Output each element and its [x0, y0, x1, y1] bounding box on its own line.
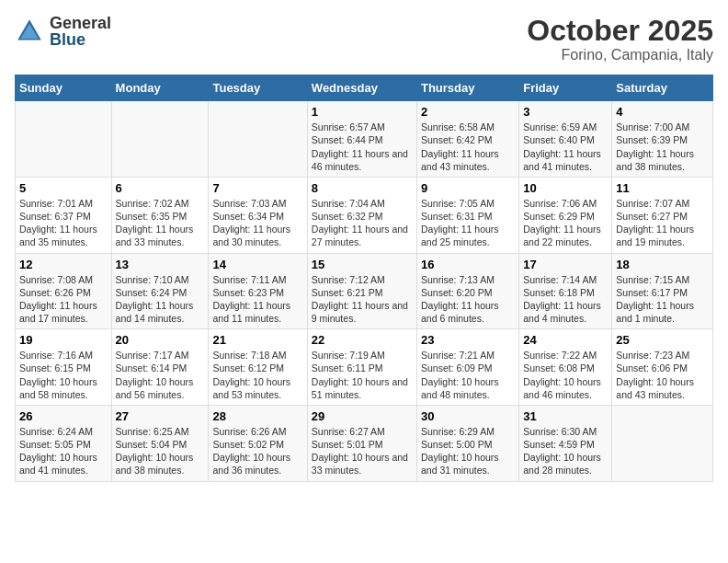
day-info: Sunrise: 7:07 AM Sunset: 6:27 PM Dayligh…: [616, 197, 709, 249]
page-header: General Blue October 2025 Forino, Campan…: [15, 15, 713, 63]
day-number: 1: [312, 105, 413, 119]
logo-blue: Blue: [50, 31, 111, 48]
calendar-cell: 16Sunrise: 7:13 AM Sunset: 6:20 PM Dayli…: [416, 253, 518, 329]
logo-general: General: [50, 15, 111, 31]
day-info: Sunrise: 7:17 AM Sunset: 6:14 PM Dayligh…: [116, 349, 205, 401]
day-info: Sunrise: 6:57 AM Sunset: 6:44 PM Dayligh…: [312, 121, 413, 173]
day-number: 25: [616, 333, 709, 347]
header-wednesday: Wednesday: [307, 75, 416, 101]
calendar-cell: 20Sunrise: 7:17 AM Sunset: 6:14 PM Dayli…: [111, 329, 209, 406]
calendar-cell: 24Sunrise: 7:22 AM Sunset: 6:08 PM Dayli…: [519, 329, 612, 406]
day-number: 26: [19, 409, 108, 423]
calendar-cell: 11Sunrise: 7:07 AM Sunset: 6:27 PM Dayli…: [612, 177, 713, 253]
calendar-cell: 17Sunrise: 7:14 AM Sunset: 6:18 PM Dayli…: [519, 253, 612, 329]
day-info: Sunrise: 7:12 AM Sunset: 6:21 PM Dayligh…: [312, 273, 413, 326]
header-thursday: Thursday: [416, 75, 518, 101]
header-sunday: Sunday: [16, 75, 112, 101]
day-info: Sunrise: 7:06 AM Sunset: 6:29 PM Dayligh…: [523, 197, 608, 249]
calendar-cell: 3Sunrise: 6:59 AM Sunset: 6:40 PM Daylig…: [519, 101, 612, 178]
calendar-cell: 5Sunrise: 7:01 AM Sunset: 6:37 PM Daylig…: [16, 177, 112, 253]
week-row-5: 26Sunrise: 6:24 AM Sunset: 5:05 PM Dayli…: [16, 405, 713, 481]
day-info: Sunrise: 7:01 AM Sunset: 6:37 PM Dayligh…: [19, 197, 108, 249]
day-info: Sunrise: 7:11 AM Sunset: 6:23 PM Dayligh…: [212, 273, 302, 326]
day-number: 15: [312, 258, 413, 271]
calendar-cell: 2Sunrise: 6:58 AM Sunset: 6:42 PM Daylig…: [416, 101, 518, 178]
day-number: 10: [523, 181, 608, 195]
day-info: Sunrise: 7:19 AM Sunset: 6:11 PM Dayligh…: [312, 349, 413, 401]
day-info: Sunrise: 7:16 AM Sunset: 6:15 PM Dayligh…: [19, 349, 108, 401]
day-number: 3: [523, 105, 608, 119]
day-number: 17: [523, 258, 608, 271]
calendar-cell: 6Sunrise: 7:02 AM Sunset: 6:35 PM Daylig…: [111, 177, 209, 253]
day-info: Sunrise: 6:26 AM Sunset: 5:02 PM Dayligh…: [212, 425, 302, 477]
calendar-cell: 8Sunrise: 7:04 AM Sunset: 6:32 PM Daylig…: [307, 177, 416, 253]
week-row-4: 19Sunrise: 7:16 AM Sunset: 6:15 PM Dayli…: [16, 329, 713, 406]
calendar-cell: [612, 405, 713, 481]
calendar-cell: 7Sunrise: 7:03 AM Sunset: 6:34 PM Daylig…: [209, 177, 307, 253]
calendar-cell: 9Sunrise: 7:05 AM Sunset: 6:31 PM Daylig…: [416, 177, 518, 253]
day-number: 22: [312, 333, 413, 347]
day-number: 27: [116, 409, 205, 423]
week-row-1: 1Sunrise: 6:57 AM Sunset: 6:44 PM Daylig…: [16, 101, 713, 178]
calendar-cell: 10Sunrise: 7:06 AM Sunset: 6:29 PM Dayli…: [519, 177, 612, 253]
calendar-cell: 26Sunrise: 6:24 AM Sunset: 5:05 PM Dayli…: [16, 405, 112, 481]
calendar-cell: 12Sunrise: 7:08 AM Sunset: 6:26 PM Dayli…: [16, 253, 112, 329]
day-info: Sunrise: 6:27 AM Sunset: 5:01 PM Dayligh…: [312, 425, 413, 477]
day-info: Sunrise: 7:14 AM Sunset: 6:18 PM Dayligh…: [523, 273, 608, 326]
day-info: Sunrise: 6:24 AM Sunset: 5:05 PM Dayligh…: [19, 425, 108, 477]
day-info: Sunrise: 7:18 AM Sunset: 6:12 PM Dayligh…: [212, 349, 302, 401]
calendar-cell: 19Sunrise: 7:16 AM Sunset: 6:15 PM Dayli…: [16, 329, 112, 406]
calendar-cell: 15Sunrise: 7:12 AM Sunset: 6:21 PM Dayli…: [307, 253, 416, 329]
day-number: 5: [19, 181, 108, 195]
calendar-cell: [209, 101, 307, 178]
day-number: 13: [116, 258, 205, 271]
calendar-cell: 25Sunrise: 7:23 AM Sunset: 6:06 PM Dayli…: [612, 329, 713, 406]
title-block: October 2025 Forino, Campania, Italy: [527, 15, 713, 63]
day-info: Sunrise: 7:10 AM Sunset: 6:24 PM Dayligh…: [116, 273, 205, 326]
day-info: Sunrise: 7:21 AM Sunset: 6:09 PM Dayligh…: [421, 349, 515, 401]
day-info: Sunrise: 7:08 AM Sunset: 6:26 PM Dayligh…: [19, 273, 108, 326]
calendar-cell: 13Sunrise: 7:10 AM Sunset: 6:24 PM Dayli…: [111, 253, 209, 329]
day-number: 4: [616, 105, 709, 119]
logo-icon: [15, 17, 44, 46]
calendar-cell: 23Sunrise: 7:21 AM Sunset: 6:09 PM Dayli…: [416, 329, 518, 406]
day-number: 30: [421, 409, 515, 423]
day-number: 18: [616, 258, 709, 271]
page-title: October 2025: [527, 15, 713, 47]
day-number: 2: [421, 105, 515, 119]
day-info: Sunrise: 6:29 AM Sunset: 5:00 PM Dayligh…: [421, 425, 515, 477]
day-number: 8: [312, 181, 413, 195]
day-number: 21: [212, 333, 302, 347]
day-number: 11: [616, 181, 709, 195]
day-info: Sunrise: 6:59 AM Sunset: 6:40 PM Dayligh…: [523, 121, 608, 173]
day-info: Sunrise: 7:03 AM Sunset: 6:34 PM Dayligh…: [212, 197, 302, 249]
day-info: Sunrise: 7:15 AM Sunset: 6:17 PM Dayligh…: [616, 273, 709, 326]
calendar-cell: 22Sunrise: 7:19 AM Sunset: 6:11 PM Dayli…: [307, 329, 416, 406]
calendar-cell: 14Sunrise: 7:11 AM Sunset: 6:23 PM Dayli…: [209, 253, 307, 329]
calendar-cell: 1Sunrise: 6:57 AM Sunset: 6:44 PM Daylig…: [307, 101, 416, 178]
calendar-cell: 31Sunrise: 6:30 AM Sunset: 4:59 PM Dayli…: [519, 405, 612, 481]
calendar-cell: [111, 101, 209, 178]
header-tuesday: Tuesday: [209, 75, 307, 101]
day-number: 23: [421, 333, 515, 347]
day-number: 29: [312, 409, 413, 423]
day-number: 12: [19, 258, 108, 271]
day-number: 28: [212, 409, 302, 423]
day-info: Sunrise: 7:13 AM Sunset: 6:20 PM Dayligh…: [421, 273, 515, 326]
calendar-cell: 18Sunrise: 7:15 AM Sunset: 6:17 PM Dayli…: [612, 253, 713, 329]
week-row-3: 12Sunrise: 7:08 AM Sunset: 6:26 PM Dayli…: [16, 253, 713, 329]
day-info: Sunrise: 7:22 AM Sunset: 6:08 PM Dayligh…: [523, 349, 608, 401]
day-number: 16: [421, 258, 515, 271]
week-row-2: 5Sunrise: 7:01 AM Sunset: 6:37 PM Daylig…: [16, 177, 713, 253]
day-number: 6: [116, 181, 205, 195]
header-saturday: Saturday: [612, 75, 713, 101]
day-info: Sunrise: 7:00 AM Sunset: 6:39 PM Dayligh…: [616, 121, 709, 173]
calendar-cell: [16, 101, 112, 178]
calendar-cell: 28Sunrise: 6:26 AM Sunset: 5:02 PM Dayli…: [209, 405, 307, 481]
day-info: Sunrise: 6:30 AM Sunset: 4:59 PM Dayligh…: [523, 425, 608, 477]
day-number: 31: [523, 409, 608, 423]
day-number: 9: [421, 181, 515, 195]
calendar-cell: 4Sunrise: 7:00 AM Sunset: 6:39 PM Daylig…: [612, 101, 713, 178]
header-monday: Monday: [111, 75, 209, 101]
calendar-cell: 27Sunrise: 6:25 AM Sunset: 5:04 PM Dayli…: [111, 405, 209, 481]
